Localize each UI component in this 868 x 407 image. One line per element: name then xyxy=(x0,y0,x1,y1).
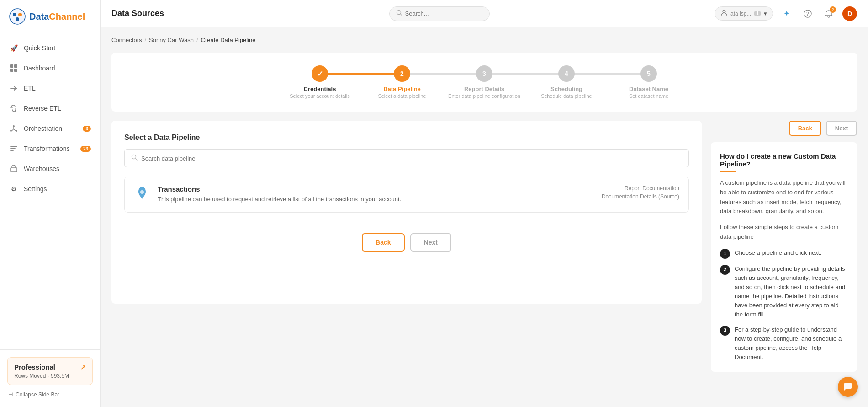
sidebar-item-label: Warehouses xyxy=(24,165,59,172)
chat-bubble-button[interactable] xyxy=(838,377,858,397)
svg-point-2 xyxy=(18,13,22,16)
sidebar-item-label: Transformations xyxy=(24,145,70,152)
help-desc-1: A custom pipeline is a data pipeline tha… xyxy=(720,178,848,216)
avatar[interactable]: D xyxy=(842,6,857,21)
step-scheduling: 4 Scheduling Schedule data pipeline xyxy=(525,65,608,99)
breadcrumb-sep-1: / xyxy=(144,37,146,43)
chevron-down-icon: ▾ xyxy=(764,10,767,17)
svg-point-8 xyxy=(13,125,15,127)
help-step-3-num: 3 xyxy=(720,326,730,336)
svg-rect-5 xyxy=(14,64,17,68)
step-dataset-name: 5 Dataset Name Set dataset name xyxy=(608,65,690,99)
help-step-1-text: Choose a pipeline and click next. xyxy=(735,248,821,257)
back-button-top[interactable]: Back xyxy=(789,121,821,136)
svg-point-1 xyxy=(13,13,16,16)
search-icon xyxy=(396,10,402,18)
pipeline-search-input[interactable] xyxy=(141,155,682,162)
help-step-1: 1 Choose a pipeline and click next. xyxy=(720,248,848,259)
warehouses-icon xyxy=(9,164,18,173)
sidebar-nav: 🚀 Quick Start Dashboard ETL Reverse ETL xyxy=(0,33,100,349)
pipeline-search-wrap[interactable] xyxy=(124,149,689,167)
breadcrumb: Connectors / Sonny Car Wash / Create Dat… xyxy=(111,37,857,43)
svg-line-13 xyxy=(400,14,402,16)
sidebar-item-orchestration[interactable]: Orchestration 3 xyxy=(0,118,100,139)
help-orange-bar xyxy=(720,171,736,172)
sidebar-item-warehouses[interactable]: Warehouses xyxy=(0,159,100,179)
breadcrumb-connectors[interactable]: Connectors xyxy=(111,37,142,43)
stepper-container: ✓ Credentials Select your account detail… xyxy=(111,53,857,112)
svg-text:?: ? xyxy=(806,11,809,16)
sidebar-item-reverse-etl[interactable]: Reverse ETL xyxy=(0,98,100,118)
step-1-circle: ✓ xyxy=(312,65,328,82)
notification-icon-btn[interactable]: 2 xyxy=(821,6,836,21)
panel-row: Select a Data Pipeline T xyxy=(111,121,857,372)
plan-rows: Rows Moved - 593.5M xyxy=(14,373,86,379)
page-title: Data Sources xyxy=(111,9,164,18)
step-data-pipeline: 2 Data Pipeline Select a data pipeline xyxy=(361,65,443,99)
report-doc-link[interactable]: Report Documentation xyxy=(625,185,679,192)
step-4-sub: Schedule data pipeline xyxy=(541,93,592,99)
back-button-bottom[interactable]: Back xyxy=(362,233,404,252)
step-credentials: ✓ Credentials Select your account detail… xyxy=(279,65,361,99)
sidebar-footer: Professional ↗ Rows Moved - 593.5M ⊣ Col… xyxy=(0,349,100,407)
sidebar-item-label: Dashboard xyxy=(24,64,55,72)
sidebar-item-dashboard[interactable]: Dashboard xyxy=(0,58,100,78)
help-icon-btn[interactable]: ? xyxy=(800,6,815,21)
reverse-etl-icon xyxy=(9,104,18,113)
svg-rect-11 xyxy=(11,168,17,172)
etl-icon xyxy=(9,84,18,93)
svg-rect-4 xyxy=(10,64,13,68)
step-5-label: Dataset Name xyxy=(629,86,668,92)
pipeline-search-icon xyxy=(131,154,138,162)
sidebar-item-transformations[interactable]: Transformations 23 xyxy=(0,139,100,159)
sidebar-item-quick-start[interactable]: 🚀 Quick Start xyxy=(0,38,100,58)
orchestration-badge: 3 xyxy=(83,126,91,132)
plan-box[interactable]: Professional ↗ Rows Moved - 593.5M xyxy=(7,357,93,385)
doc-details-link[interactable]: Documentation Details (Source) xyxy=(602,193,679,200)
external-link-icon: ↗ xyxy=(80,364,86,371)
next-button-bottom[interactable]: Next xyxy=(410,233,451,252)
step-3-sub: Enter data pipeline configuration xyxy=(448,93,520,99)
sidebar-item-label: Orchestration xyxy=(24,125,62,132)
help-panel: Back Next How do I create a new Custom D… xyxy=(711,121,857,372)
sidebar-item-label: Reverse ETL xyxy=(24,105,61,112)
pipeline-panel: Select a Data Pipeline T xyxy=(111,121,702,304)
svg-point-10 xyxy=(16,130,17,132)
help-card-title: How do I create a new Custom Data Pipeli… xyxy=(720,152,848,168)
transactions-icon xyxy=(134,185,150,202)
user-chip[interactable]: ata lsp... 1 ▾ xyxy=(715,6,773,21)
content-area: Connectors / Sonny Car Wash / Create Dat… xyxy=(101,27,868,407)
step-1-label: Credentials xyxy=(304,86,336,92)
sidebar-item-settings[interactable]: ⚙ Settings xyxy=(0,179,100,199)
breadcrumb-sep-2: / xyxy=(196,37,198,43)
svg-point-0 xyxy=(10,9,25,24)
step-5-circle: 5 xyxy=(640,65,657,82)
breadcrumb-sonny-car-wash[interactable]: Sonny Car Wash xyxy=(149,37,194,43)
sidebar-item-etl[interactable]: ETL xyxy=(0,78,100,98)
collapse-sidebar-button[interactable]: ⊣ Collapse Side Bar xyxy=(7,390,93,400)
help-step-2: 2 Configure the pipeline by providing de… xyxy=(720,264,848,320)
panel-divider xyxy=(124,222,689,222)
sidebar-item-label: Settings xyxy=(24,185,47,193)
logo: DataChannel xyxy=(0,0,100,33)
svg-line-18 xyxy=(136,159,138,161)
step-2-label: Data Pipeline xyxy=(383,86,421,92)
pipeline-card-desc: This pipeline can be used to request and… xyxy=(158,195,594,204)
pipeline-card-body: Transactions This pipeline can be used t… xyxy=(158,185,594,204)
notification-badge: 2 xyxy=(830,6,836,13)
step-3-circle: 3 xyxy=(476,65,492,82)
transformations-badge: 23 xyxy=(80,146,91,152)
sparkle-icon-btn[interactable] xyxy=(779,6,794,21)
step-4-line xyxy=(566,73,649,75)
logo-icon xyxy=(9,8,26,25)
search-input[interactable] xyxy=(405,10,478,17)
step-2-line xyxy=(402,73,484,75)
header-search[interactable] xyxy=(389,6,490,21)
step-4-label: Scheduling xyxy=(550,86,582,92)
pipeline-card-transactions[interactable]: Transactions This pipeline can be used t… xyxy=(124,177,689,213)
step-4-circle: 4 xyxy=(558,65,575,82)
next-button-top[interactable]: Next xyxy=(826,121,857,136)
logo-text: DataChannel xyxy=(29,11,85,22)
sidebar-item-label: Quick Start xyxy=(24,44,55,52)
rocket-icon: 🚀 xyxy=(9,43,18,53)
